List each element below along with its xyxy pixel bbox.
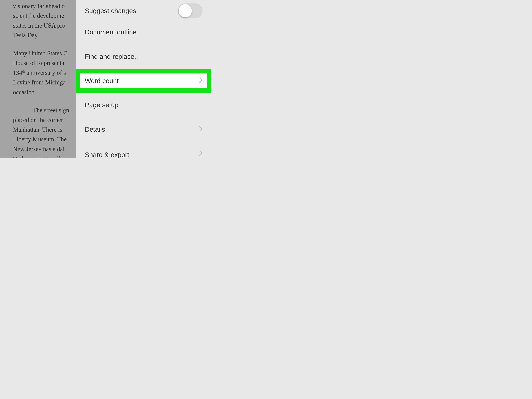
- menu-item-find-replace[interactable]: Find and replace...: [76, 44, 211, 69]
- menu-label-details: Details: [85, 126, 105, 133]
- menu-item-details[interactable]: Details: [76, 117, 211, 142]
- chevron-right-icon: [199, 150, 203, 158]
- menu-item-word-count-highlight: Word count: [76, 69, 211, 93]
- chevron-right-icon: [199, 125, 203, 134]
- menu-label-suggest-changes: Suggest changes: [85, 7, 136, 15]
- menu-label-page-setup: Page setup: [85, 101, 118, 109]
- menu-item-word-count[interactable]: Word count: [80, 74, 207, 88]
- menu-label-document-outline: Document outline: [85, 28, 137, 36]
- document-body-text: visionary far ahead o scientific develop…: [0, 0, 76, 158]
- menu-item-document-outline[interactable]: Document outline: [76, 20, 211, 44]
- chevron-right-icon: [199, 77, 203, 85]
- menu-label-find-replace: Find and replace...: [85, 53, 140, 60]
- suggest-changes-toggle[interactable]: [178, 4, 203, 18]
- menu-item-suggest-changes[interactable]: Suggest changes: [76, 0, 211, 20]
- menu-label-share-export: Share & export: [85, 151, 129, 158]
- menu-item-page-setup[interactable]: Page setup: [76, 93, 211, 117]
- settings-menu-panel: Suggest changes Document outline Find an…: [76, 0, 211, 158]
- menu-label-word-count: Word count: [85, 77, 119, 85]
- toggle-knob: [178, 4, 192, 18]
- menu-item-share-export[interactable]: Share & export: [76, 142, 211, 155]
